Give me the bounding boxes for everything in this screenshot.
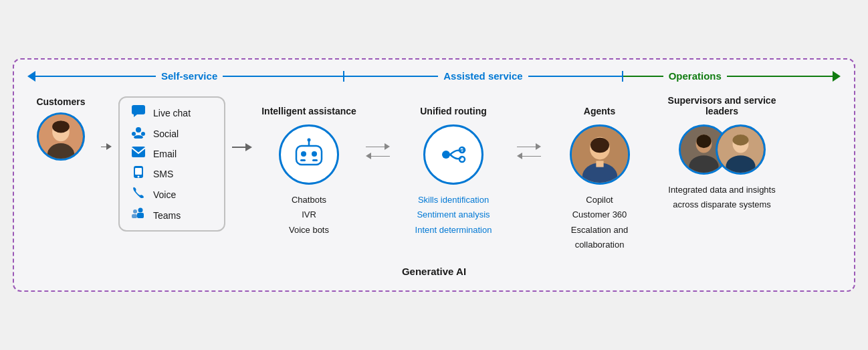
agent-photo-svg [572, 124, 628, 185]
svg-rect-18 [132, 214, 137, 218]
email-icon [130, 146, 146, 161]
svg-point-33 [590, 138, 609, 153]
assisted-line1 [344, 76, 438, 77]
self-service-arrow-left [27, 71, 35, 82]
item-escalation: Escalation and collaboration [548, 223, 651, 252]
svg-rect-13 [135, 168, 142, 175]
diagram-container: Self-service Assisted service Operations… [13, 58, 855, 291]
item-skills: Skills identification [415, 193, 492, 207]
generative-ai-label: Generative AI [402, 266, 466, 277]
voice-label: Voice [153, 189, 176, 200]
bidir-arrow-2 [517, 143, 541, 159]
svg-point-14 [138, 176, 140, 178]
svg-rect-5 [132, 105, 145, 114]
svg-marker-6 [134, 114, 137, 117]
svg-point-7 [136, 127, 141, 133]
supervisor-2-svg [718, 124, 764, 175]
svg-rect-25 [312, 159, 318, 161]
svg-point-10 [134, 135, 143, 139]
customer-avatar [37, 112, 85, 161]
teams-label: Teams [153, 210, 181, 221]
operations-arrow-right [833, 71, 841, 82]
routing-icon [435, 137, 471, 173]
channel-email: Email [130, 146, 213, 161]
customers-label: Customers [36, 96, 85, 107]
agents-items: Copilot Customer 360 Escalation and coll… [548, 193, 651, 252]
svg-point-8 [132, 132, 136, 136]
intelligent-assistance-title: Intelligent assistance [261, 90, 356, 116]
teams-icon [130, 207, 146, 224]
svg-point-15 [138, 208, 143, 213]
assisted-line2 [528, 76, 622, 77]
routing-circle [423, 124, 483, 185]
email-label: Email [153, 149, 177, 159]
operations-line [623, 76, 663, 77]
unified-routing-items: Skills identification Sentiment analysis… [415, 193, 492, 237]
svg-point-23 [308, 139, 311, 142]
channel-live-chat: Live chat [130, 104, 213, 121]
supervisors-photos [679, 124, 766, 175]
customers-column: Customers [27, 96, 94, 161]
channels-box: Live chat Social Email [118, 96, 225, 232]
intelligent-assistance-items: Chatbots IVR Voice bots [289, 193, 329, 237]
chatbot-circle [279, 124, 339, 185]
channel-voice: Voice [130, 186, 213, 203]
chatbot-icon [291, 137, 327, 173]
supervisors-title: Supervisors and service leaders [663, 90, 780, 116]
intelligent-assistance-column: Intelligent assistance Chatbots IVR Voic… [259, 90, 359, 237]
supervisors-column: Supervisors and service leaders [663, 90, 780, 212]
self-service-line [35, 76, 156, 77]
operations-line2 [727, 76, 833, 77]
unified-routing-title: Unified routing [420, 90, 487, 116]
assisted-service-label: Assisted service [438, 70, 528, 82]
item-integrated-data: Integrated data and insights across disp… [663, 183, 780, 212]
item-intent: Intent determination [415, 223, 492, 238]
svg-rect-24 [300, 159, 306, 161]
agents-column: Agents Copilot Customer 360 Escalation a… [548, 90, 651, 252]
main-content: Customers Live chat [27, 90, 841, 252]
item-voice-bots: Voice bots [289, 223, 329, 238]
svg-point-17 [133, 209, 137, 213]
svg-rect-16 [137, 213, 144, 218]
svg-rect-19 [296, 146, 322, 165]
agent-photo [570, 124, 630, 185]
item-copilot: Copilot [548, 193, 651, 207]
live-chat-icon [130, 104, 146, 121]
social-icon [130, 125, 146, 142]
item-chatbots: Chatbots [289, 193, 329, 207]
generative-ai-footer: Generative AI [27, 266, 841, 277]
live-chat-label: Live chat [153, 108, 191, 118]
svg-point-28 [459, 157, 465, 162]
operations-label: Operations [663, 70, 727, 82]
svg-point-26 [442, 151, 450, 159]
sms-label: SMS [153, 169, 173, 179]
svg-point-37 [696, 135, 711, 148]
voice-icon [130, 186, 146, 203]
channel-teams: Teams [130, 207, 213, 224]
svg-point-4 [52, 120, 70, 133]
svg-point-41 [732, 135, 748, 146]
svg-point-9 [141, 132, 145, 136]
supervisors-items: Integrated data and insights across disp… [663, 183, 780, 212]
item-customer360: Customer 360 [548, 207, 651, 222]
unified-routing-column: Unified routing Skills identification Se… [397, 90, 510, 237]
arrow-customers-channels [101, 143, 112, 150]
supervisor-photo-2 [716, 124, 766, 175]
channel-social: Social [130, 125, 213, 142]
agents-title: Agents [584, 90, 615, 116]
svg-point-21 [312, 151, 317, 157]
top-arrows-bar: Self-service Assisted service Operations [27, 70, 841, 82]
item-sentiment: Sentiment analysis [415, 207, 492, 222]
svg-point-20 [301, 151, 306, 157]
arrow-to-intelligent [232, 143, 252, 151]
svg-rect-32 [596, 161, 603, 167]
self-service-label: Self-service [156, 70, 223, 82]
svg-rect-11 [132, 147, 145, 157]
social-label: Social [153, 128, 179, 139]
item-ivr: IVR [289, 207, 329, 222]
sms-icon [130, 165, 146, 182]
bidir-arrow-1 [366, 143, 390, 159]
customer-avatar-svg [39, 114, 83, 159]
channel-sms: SMS [130, 165, 213, 182]
self-service-line2 [223, 76, 343, 77]
